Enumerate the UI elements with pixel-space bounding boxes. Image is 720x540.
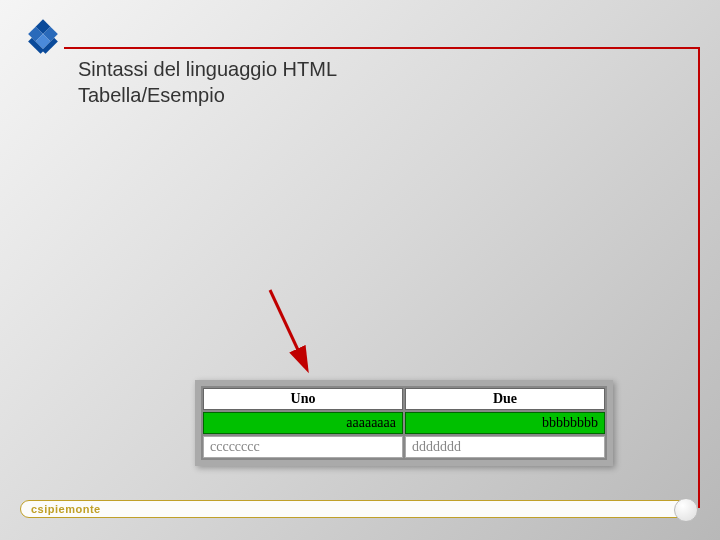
svg-line-6 [270, 290, 305, 365]
footer-brand-text: csipiemonte [31, 503, 101, 515]
slide-title: Sintassi del linguaggio HTML Tabella/Ese… [78, 56, 337, 108]
header-rule [64, 47, 700, 49]
table-cell: ddddddd [405, 436, 605, 458]
title-line-2: Tabella/Esempio [78, 82, 337, 108]
table-header-row: Uno Due [203, 388, 605, 410]
table-row: aaaaaaaa bbbbbbbb [203, 412, 605, 434]
example-table-container: Uno Due aaaaaaaa bbbbbbbb cccccccc ddddd… [195, 380, 613, 466]
right-rule [698, 47, 700, 508]
table-header-cell: Due [405, 388, 605, 410]
title-line-1: Sintassi del linguaggio HTML [78, 56, 337, 82]
pointer-arrow-icon [260, 280, 320, 384]
table-cell: bbbbbbbb [405, 412, 605, 434]
page-indicator-dot [674, 498, 698, 522]
table-cell: aaaaaaaa [203, 412, 403, 434]
table-row: cccccccc ddddddd [203, 436, 605, 458]
brand-logo [22, 18, 64, 60]
table-cell: cccccccc [203, 436, 403, 458]
table-header-cell: Uno [203, 388, 403, 410]
footer-bar: csipiemonte [20, 500, 690, 518]
example-table: Uno Due aaaaaaaa bbbbbbbb cccccccc ddddd… [201, 386, 607, 460]
